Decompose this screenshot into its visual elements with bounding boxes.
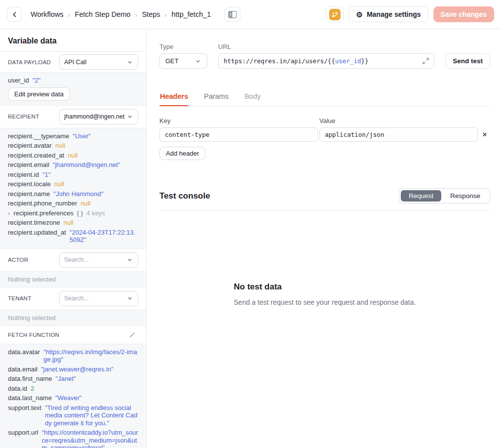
sidebar-title: Variable data: [0, 29, 146, 52]
tenant-section: TENANT Search...: [0, 287, 146, 310]
chevron-down-icon: [194, 58, 201, 65]
empty-state-title: No test data: [234, 282, 416, 292]
variable-key: data.id: [8, 385, 27, 393]
recipient-select[interactable]: jhammond@ingen.net: [59, 109, 138, 124]
toggle-option[interactable]: Response: [442, 190, 488, 202]
data-payload-section: DATA PAYLOAD API Call: [0, 52, 146, 72]
breadcrumb-item: Workflows ›: [31, 10, 75, 19]
breadcrumb-link[interactable]: Workflows: [31, 10, 64, 18]
manage-settings-label: Manage settings: [367, 10, 421, 18]
test-console-title: Test console: [159, 191, 210, 201]
variable-value: "User": [73, 132, 91, 140]
variable-key: support.text: [8, 404, 41, 412]
variable-row: › data.first_name "Janet": [8, 375, 138, 383]
back-button[interactable]: [7, 7, 22, 22]
recipient-preview: › recipient.__typename "User" › recipien…: [0, 128, 146, 249]
data-payload-label: DATA PAYLOAD: [8, 59, 51, 65]
app-window: Workflows › Fetch Step Demo › Steps › ht…: [0, 0, 501, 448]
save-changes-button[interactable]: Save changes: [433, 6, 494, 22]
variable-key: recipient.created_at: [8, 152, 64, 160]
variable-value: null: [68, 152, 77, 160]
actor-select-placeholder: Search...: [64, 256, 89, 263]
variable-key: recipient.email: [8, 161, 49, 169]
breadcrumb-separator-icon: ›: [135, 10, 137, 19]
request-tab[interactable]: Body: [244, 92, 261, 106]
url-variable: user_id: [335, 57, 361, 65]
request-editor: Type GET URL https://reqres.in/api/users…: [147, 29, 501, 448]
variable-key: recipient.updated_at: [8, 229, 66, 237]
recipient-selected-value: jhammond@ingen.net: [64, 113, 125, 120]
breadcrumb-link[interactable]: Steps: [142, 10, 160, 18]
actor-select[interactable]: Search...: [59, 252, 138, 268]
breadcrumb-item: http_fetch_1 ›: [172, 10, 211, 18]
variable-key: recipient.id: [8, 171, 39, 179]
type-label: Type: [159, 43, 207, 50]
actor-section: ACTOR Search...: [0, 249, 146, 271]
variable-row: › support.text "Tired of writing endless…: [8, 404, 138, 427]
variable-row: › user_id "2": [8, 77, 138, 84]
variable-key: recipient.preferences: [13, 209, 73, 217]
fetch-function-label: FETCH FUNCTION: [8, 332, 59, 338]
variable-key: support.url: [8, 429, 38, 437]
url-input[interactable]: https://reqres.in/api/users/{{user_id}}: [218, 53, 434, 69]
variable-value: null: [54, 180, 64, 188]
tenant-label: TENANT: [8, 295, 31, 301]
variable-value: "Tired of writing endless social media c…: [45, 404, 138, 427]
variable-row: › support.url "https://contentcaddy.io?u…: [8, 429, 138, 448]
expand-icon[interactable]: [423, 58, 429, 64]
variable-row: › recipient.created_at null: [8, 152, 138, 160]
variable-key: recipient.avatar: [8, 142, 52, 150]
pencil-icon: [128, 331, 136, 339]
commit-status-button[interactable]: [326, 6, 344, 22]
variable-key: recipient.timezone: [8, 219, 60, 227]
breadcrumb-separator-icon: ›: [68, 10, 71, 19]
variable-row: › recipient.__typename "User": [8, 132, 138, 140]
header-value-input[interactable]: [319, 127, 478, 142]
request-tab[interactable]: Params: [203, 92, 229, 106]
tenant-select[interactable]: Search...: [59, 291, 138, 306]
console-divider: [159, 210, 490, 211]
breadcrumb-separator-icon: ›: [165, 10, 167, 19]
chevron-down-icon: [126, 59, 133, 66]
header-key-input[interactable]: [159, 127, 318, 142]
variable-key: data.avatar: [8, 348, 40, 356]
variable-value: "janet.weaver@reqres.in": [41, 366, 114, 373]
edit-fetch-function-button[interactable]: [126, 329, 138, 341]
close-icon: ✕: [482, 131, 488, 138]
chevron-down-icon: [126, 256, 133, 263]
add-header-button[interactable]: Add header: [159, 147, 205, 160]
recipient-section: RECIPIENT jhammond@ingen.net: [0, 106, 146, 128]
chevron-left-icon: [11, 11, 18, 18]
variable-key: user_id: [8, 77, 29, 84]
data-payload-select[interactable]: API Call: [59, 54, 138, 70]
variable-key: recipient.name: [8, 190, 50, 198]
chevron-down-icon: [126, 295, 133, 302]
toggle-sidebar-button[interactable]: [225, 7, 240, 22]
variable-row: › recipient.id "1": [8, 171, 138, 179]
variable-key: recipient.phone_number: [8, 200, 77, 207]
variable-value: null: [80, 200, 90, 207]
breadcrumb-link[interactable]: http_fetch_1: [172, 10, 211, 18]
variable-row: › recipient.phone_number null: [8, 200, 138, 207]
variable-row: › recipient.updated_at "2024-04-23T17:22…: [8, 229, 138, 244]
breadcrumb-link[interactable]: Fetch Step Demo: [75, 10, 131, 18]
manage-settings-button[interactable]: ⚙ Manage settings: [348, 6, 428, 22]
toggle-option[interactable]: Request: [401, 190, 441, 202]
content-area: Variable data DATA PAYLOAD API Call ›: [0, 29, 501, 448]
chevron-right-icon[interactable]: ›: [8, 209, 10, 217]
test-console-header: Test console Request Response: [159, 188, 490, 204]
variable-suffix: 4 keys: [86, 209, 105, 217]
method-select[interactable]: GET: [159, 53, 207, 69]
remove-header-button[interactable]: ✕: [479, 131, 490, 138]
request-tab[interactable]: Headers: [159, 92, 189, 106]
method-selected-value: GET: [165, 57, 179, 65]
variable-value: "https://reqres.in/img/faces/2-image.jpg…: [43, 348, 138, 364]
variable-value: "https://contentcaddy.io?utm_source=reqr…: [41, 429, 138, 448]
send-test-button[interactable]: Send test: [445, 53, 490, 69]
variable-value: "2": [33, 77, 40, 84]
url-label: URL: [218, 43, 434, 50]
variable-key: recipient.__typename: [8, 132, 69, 140]
fetch-function-section: FETCH FUNCTION: [0, 326, 146, 344]
request-tabs: Headers Params Body: [159, 92, 490, 106]
edit-preview-data-button[interactable]: Edit preview data: [8, 87, 70, 101]
